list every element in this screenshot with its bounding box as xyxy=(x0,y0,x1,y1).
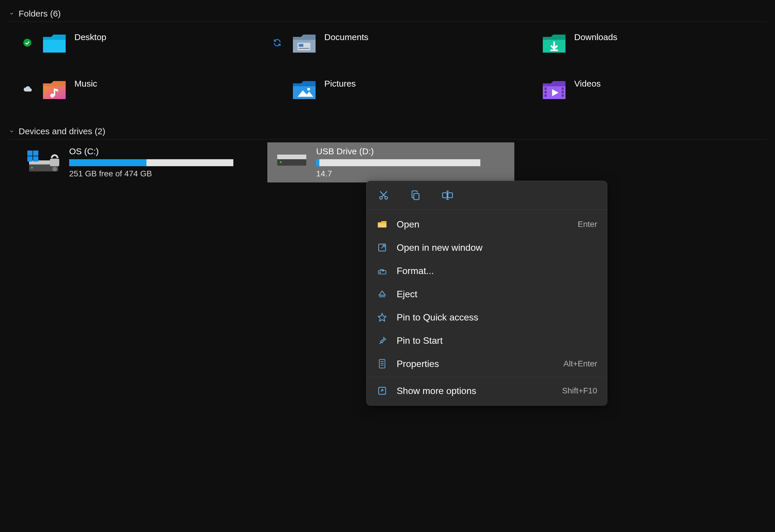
svg-rect-33 xyxy=(443,193,447,198)
separator xyxy=(366,377,607,377)
star-icon xyxy=(376,311,388,323)
format-icon xyxy=(376,265,388,277)
ctx-label: Show more options xyxy=(397,386,553,396)
svg-point-27 xyxy=(280,161,281,163)
ctx-label: Open in new window xyxy=(397,242,589,253)
svg-marker-43 xyxy=(378,314,386,321)
ctx-shortcut: Enter xyxy=(578,220,597,229)
ctx-shortcut: Alt+Enter xyxy=(564,359,597,368)
svg-rect-26 xyxy=(277,155,306,159)
ctx-label: Open xyxy=(397,219,569,230)
svg-point-0 xyxy=(23,39,31,47)
ctx-format[interactable]: Format... xyxy=(366,259,607,282)
context-menu: Open Enter Open in new window Format... … xyxy=(366,181,607,406)
folder-label: Music xyxy=(74,77,97,89)
ctx-open-new-window[interactable]: Open in new window xyxy=(366,236,607,259)
ctx-pin-quick-access[interactable]: Pin to Quick access xyxy=(366,306,607,329)
svg-rect-21 xyxy=(27,156,33,162)
ctx-label: Properties xyxy=(397,359,555,369)
svg-rect-23 xyxy=(50,159,59,166)
folders-section-title: Folders xyxy=(19,9,48,18)
more-icon xyxy=(376,385,388,397)
drive-item-d[interactable]: USB Drive (D:) 14.7 xyxy=(267,142,514,182)
svg-marker-41 xyxy=(379,291,385,295)
svg-point-24 xyxy=(52,167,57,171)
sync-refresh-icon xyxy=(270,36,284,50)
ctx-show-more[interactable]: Show more options Shift+F10 xyxy=(366,379,607,402)
open-icon xyxy=(376,218,388,230)
svg-point-18 xyxy=(31,167,33,169)
folder-item-music[interactable]: Music xyxy=(20,77,270,106)
svg-rect-44 xyxy=(379,359,385,368)
usb-drive-icon xyxy=(271,146,309,168)
folder-item-desktop[interactable]: Desktop xyxy=(20,31,270,60)
status-none xyxy=(270,82,284,96)
folder-label: Downloads xyxy=(574,31,617,42)
drive-capacity-bar xyxy=(69,159,233,166)
ctx-properties[interactable]: Properties Alt+Enter xyxy=(366,352,607,375)
svg-rect-20 xyxy=(33,151,38,156)
ctx-shortcut: Shift+F10 xyxy=(562,386,597,395)
ctx-pin-start[interactable]: Pin to Start xyxy=(366,329,607,352)
svg-rect-32 xyxy=(414,194,419,200)
folder-label: Videos xyxy=(574,77,601,89)
folders-section-count: (6) xyxy=(50,9,61,18)
chevron-down-icon xyxy=(9,128,15,134)
chevron-down-icon xyxy=(9,11,15,17)
folder-item-documents[interactable]: Documents xyxy=(270,31,520,60)
drives-section-count: (2) xyxy=(95,126,105,136)
sync-check-icon xyxy=(20,36,34,50)
svg-rect-13 xyxy=(562,91,564,93)
svg-point-40 xyxy=(379,272,380,273)
cloud-icon xyxy=(20,82,34,96)
svg-rect-14 xyxy=(562,94,564,97)
folder-label: Desktop xyxy=(74,31,106,42)
ctx-eject[interactable]: Eject xyxy=(366,282,607,306)
svg-rect-22 xyxy=(33,156,38,162)
pictures-folder-icon xyxy=(291,77,317,103)
new-window-icon xyxy=(376,242,388,253)
eject-icon xyxy=(376,288,388,300)
ctx-open[interactable]: Open Enter xyxy=(366,213,607,236)
downloads-folder-icon xyxy=(541,31,567,57)
ctx-label: Eject xyxy=(397,289,589,300)
folder-label: Pictures xyxy=(324,77,356,89)
drive-free-text: 14.7 xyxy=(316,169,510,178)
svg-rect-11 xyxy=(545,94,547,97)
drive-name: USB Drive (D:) xyxy=(316,146,510,156)
folder-item-downloads[interactable]: Downloads xyxy=(520,31,770,60)
ctx-label: Pin to Start xyxy=(397,335,589,346)
svg-point-8 xyxy=(307,88,310,91)
videos-folder-icon xyxy=(541,77,567,103)
svg-point-29 xyxy=(385,197,388,199)
svg-rect-6 xyxy=(54,89,55,96)
status-none xyxy=(520,36,534,50)
ctx-label: Pin to Quick access xyxy=(397,312,589,323)
folder-label: Documents xyxy=(324,31,368,42)
svg-rect-19 xyxy=(27,151,33,156)
drive-item-c[interactable]: OS (C:) 251 GB free of 474 GB xyxy=(20,142,267,182)
folder-item-videos[interactable]: Videos xyxy=(520,77,770,106)
folder-item-pictures[interactable]: Pictures xyxy=(270,77,520,106)
svg-rect-12 xyxy=(562,87,564,90)
drive-capacity-bar xyxy=(316,159,480,166)
drives-section-title: Devices and drives xyxy=(19,126,92,136)
documents-folder-icon xyxy=(291,31,317,57)
drives-section-header[interactable]: Devices and drives (2) xyxy=(9,123,766,139)
os-drive-icon xyxy=(24,146,62,174)
drive-free-text: 251 GB free of 474 GB xyxy=(69,169,263,178)
svg-rect-2 xyxy=(299,44,303,47)
svg-rect-3 xyxy=(299,48,309,49)
folders-section-header[interactable]: Folders (6) xyxy=(9,6,766,22)
ctx-label: Format... xyxy=(397,266,589,276)
svg-rect-9 xyxy=(545,87,547,90)
music-folder-icon xyxy=(41,77,67,103)
rename-icon[interactable] xyxy=(440,188,455,203)
cut-icon[interactable] xyxy=(376,188,391,203)
pin-icon xyxy=(376,335,388,346)
copy-icon[interactable] xyxy=(408,188,423,203)
status-none xyxy=(520,82,534,96)
folders-grid: Desktop Documents Downloads xyxy=(20,31,766,106)
svg-point-5 xyxy=(50,94,54,98)
properties-icon xyxy=(376,358,388,370)
